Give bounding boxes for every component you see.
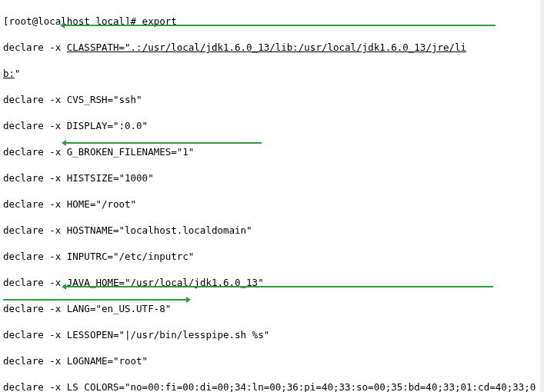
- env-line: declare -x CLASSPATH=".:/usr/local/jdk1.…: [3, 41, 541, 54]
- env-line: declare -x LESSOPEN="|/usr/bin/lesspipe.…: [3, 328, 541, 341]
- env-line: declare -x LOGNAME="root": [3, 354, 541, 367]
- prompt-line: [root@localhost local]# export: [3, 15, 541, 28]
- env-line: declare -x LS_COLORS="no=00:fi=00:di=00;…: [3, 380, 541, 392]
- terminal-output: [root@localhost local]# export declare -…: [0, 0, 544, 392]
- javahome-underline: JAVA_HOME="/usr/local/jdk1.6.0_13": [67, 277, 264, 288]
- env-line: declare -x LANG="en_US.UTF-8": [3, 302, 541, 315]
- env-line: declare -x HISTSIZE="1000": [3, 171, 541, 184]
- classpath-underline-cont: b:: [3, 68, 15, 79]
- env-line: b:": [3, 67, 541, 80]
- env-line: declare -x DISPLAY=":0.0": [3, 119, 541, 132]
- env-line: declare -x G_BROKEN_FILENAMES="1": [3, 145, 541, 158]
- env-line: declare -x HOME="/root": [3, 198, 541, 211]
- env-line: declare -x JAVA_HOME="/usr/local/jdk1.6.…: [3, 276, 541, 289]
- env-line: declare -x HOSTNAME="localhost.localdoma…: [3, 224, 541, 237]
- env-line: declare -x CVS_RSH="ssh": [3, 93, 541, 106]
- env-line: declare -x INPUTRC="/etc/inputrc": [3, 250, 541, 263]
- classpath-underline: CLASSPATH=".:/usr/local/jdk1.6.0_13/lib:…: [67, 42, 466, 53]
